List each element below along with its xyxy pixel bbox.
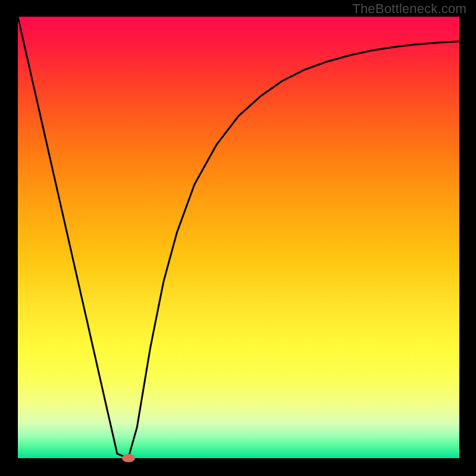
chart-frame: TheBottleneck.com [0,0,476,476]
optimum-marker [122,454,135,462]
bottleneck-curve [18,17,459,458]
attribution-text: TheBottleneck.com [352,1,466,17]
plot-area [18,17,459,458]
curve-path [18,17,459,458]
